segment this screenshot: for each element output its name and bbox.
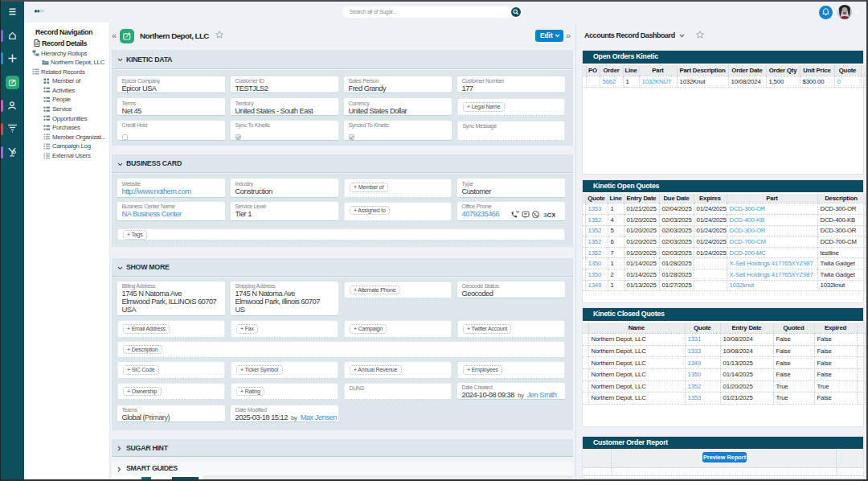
svg-text:CX: CX	[547, 212, 556, 219]
